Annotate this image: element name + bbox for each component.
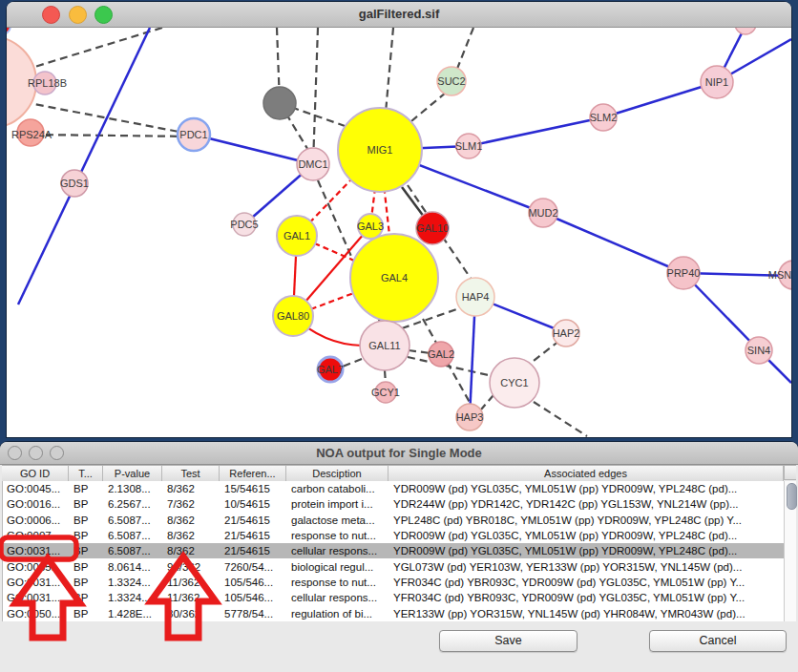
column-header-4[interactable]: Referen... [220, 466, 286, 481]
cell-5-6: YGL073W (pd) YER103W, YER133W (pp) YOR31… [389, 561, 785, 573]
node-label-CYC1: CYC1 [500, 377, 528, 388]
noa-output-window: NOA output for Single Mode GO IDT...P-va… [0, 442, 798, 672]
cell-8-5: regulation of bi... [287, 608, 389, 620]
cell-7-5: cellular respons... [287, 592, 389, 603]
cell-1-6: YDR244W (pp) YDR142C, YDR142C (pp) YGL15… [389, 498, 785, 510]
table-row-1[interactable]: GO:0016...BP6.2567...7/36210/54615protei… [3, 496, 785, 512]
cell-0-2: 2.1308... [104, 483, 163, 494]
node-label-GAL3: GAL3 [357, 220, 384, 232]
node-label-RPS24A: RPS24A [11, 129, 52, 140]
network-canvas[interactable]: RPL18BRPS24AGDS1PDC1PDC5DMC1MIG1SUC2SLM1… [7, 28, 791, 437]
cell-7-1: BP [70, 592, 104, 603]
cell-7-2: 1.3324... [104, 592, 163, 603]
node-label-PDC1: PDC1 [179, 129, 207, 140]
column-header-5[interactable]: Desciption [286, 466, 388, 481]
cell-6-6: YFR034C (pd) YBR093C, YDR009W (pd) YGL03… [389, 577, 785, 588]
network-window-titlebar[interactable]: galFiltered.sif [7, 2, 791, 28]
node-label-MUD2: MUD2 [528, 207, 557, 219]
node-label-SIN4: SIN4 [747, 345, 770, 356]
cell-1-4: 10/54615 [220, 498, 287, 510]
table-row-4[interactable]: GO:0031...BP6.5087...8/36221/54615cellul… [3, 543, 785, 558]
node-label-NIP1: NIP1 [705, 76, 728, 88]
cell-8-4: 5778/54... [220, 608, 287, 620]
node-label-HAP3: HAP3 [456, 411, 484, 423]
node-label-HAP2: HAP2 [553, 327, 580, 339]
cell-6-1: BP [70, 577, 104, 588]
node-label-GAL10: GAL10 [416, 222, 449, 234]
edge-gray-dashed [33, 135, 194, 136]
table-row-6[interactable]: GO:0031...BP1.3324...11/362105/546...res… [3, 575, 785, 590]
cell-8-1: BP [70, 608, 104, 620]
column-header-1[interactable]: T... [69, 466, 103, 481]
node-label-MIG1: MIG1 [368, 144, 393, 156]
cell-2-4: 21/54615 [220, 514, 287, 526]
edge-gray-dashed [411, 93, 446, 121]
cell-3-3: 8/362 [163, 530, 220, 541]
table-row-5[interactable]: GO:0065...BP8.0614...94/3627260/54...bio… [3, 558, 785, 574]
cell-4-5: cellular respons... [287, 545, 389, 556]
edge-gray-dashed [481, 395, 494, 410]
cancel-button[interactable]: Cancel [649, 630, 787, 652]
cell-7-4: 105/546... [220, 592, 287, 603]
cell-4-3: 8/362 [163, 545, 220, 556]
table-row-3[interactable]: GO:0007...BP6.5087...8/36221/54615respon… [3, 528, 785, 543]
edge-gray-dashed [313, 28, 318, 164]
cell-2-1: BP [70, 514, 104, 526]
cell-4-4: 21/54615 [220, 545, 287, 556]
network-graph: RPL18BRPS24AGDS1PDC1PDC5DMC1MIG1SUC2SLM1… [7, 28, 791, 437]
cell-0-6: YDR009W (pd) YGL035C, YML051W (pp) YDR00… [389, 483, 785, 494]
cell-6-4: 105/546... [220, 577, 287, 588]
cell-5-3: 94/362 [163, 561, 220, 573]
node-label-DMC1: DMC1 [298, 158, 327, 170]
vertical-scrollbar[interactable] [784, 481, 796, 621]
edge-blue [469, 117, 603, 146]
scrollbar-thumb[interactable] [787, 483, 797, 510]
cell-3-2: 6.5087... [104, 530, 163, 541]
edge-gray-dashed [455, 28, 473, 74]
node-label-HAP4: HAP4 [462, 291, 490, 303]
cell-5-2: 8.0614... [104, 561, 163, 573]
edge-blue [603, 82, 717, 117]
cell-2-5: galactose meta... [287, 514, 389, 526]
cell-5-4: 7260/54... [220, 561, 287, 573]
cell-0-0: GO:0045... [3, 483, 70, 494]
node-gray-node[interactable] [263, 87, 296, 119]
cell-2-6: YPL248C (pd) YBR018C, YML051W (pp) YDR00… [389, 514, 785, 526]
node-label-GAL2: GAL2 [428, 348, 454, 360]
cell-6-5: response to nut... [287, 577, 389, 588]
cell-3-4: 21/54615 [220, 530, 287, 541]
cell-2-0: GO:0006... [3, 514, 70, 526]
cell-3-6: YDR009W (pd) YGL035C, YML051W (pp) YDR00… [389, 530, 785, 541]
save-button[interactable]: Save [439, 630, 578, 652]
table-row-7[interactable]: GO:0031...BP1.3324...11/362105/546...cel… [3, 590, 785, 605]
cell-1-3: 7/362 [163, 498, 220, 510]
column-header-2[interactable]: P-value [103, 466, 162, 481]
column-header-0[interactable]: GO ID [2, 466, 69, 481]
table-row-0[interactable]: GO:0045...BP2.1308...8/36215/54615carbon… [3, 481, 785, 496]
column-header-3[interactable]: Test [162, 466, 220, 481]
cell-6-0: GO:0031... [3, 577, 70, 588]
cell-5-1: BP [70, 561, 104, 573]
noa-window-title: NOA output for Single Mode [0, 446, 798, 460]
node-red-top[interactable] [7, 28, 10, 34]
node-label-GAL11: GAL11 [368, 340, 400, 351]
table-row-2[interactable]: GO:0006...BP6.5087...8/36221/54615galact… [3, 513, 785, 528]
edge-blue [18, 28, 150, 304]
cell-0-5: carbon cataboli... [287, 483, 389, 494]
column-header-6[interactable]: Associated edges [388, 466, 784, 481]
cell-4-6: YDR009W (pd) YGL035C, YML051W (pp) YDR00… [389, 545, 785, 556]
node-label-GDS1: GDS1 [60, 178, 89, 189]
node-label-MSN: MSN [768, 269, 791, 281]
node-pink-top[interactable] [735, 28, 756, 34]
edge-gray-dashed [530, 341, 559, 364]
edge-gray-dashed [534, 402, 587, 436]
table-header: GO IDT...P-valueTestReferen...Desciption… [2, 465, 784, 482]
table-row-8[interactable]: GO:0050...BP1.428E...80/3625778/54...reg… [3, 605, 785, 620]
cell-3-1: BP [70, 530, 104, 541]
cell-8-3: 80/362 [163, 608, 220, 620]
noa-window-titlebar[interactable]: NOA output for Single Mode [0, 442, 798, 465]
table-header-stub [784, 465, 796, 480]
edge-gray-dashed [343, 359, 362, 367]
cell-8-2: 1.428E... [104, 608, 163, 620]
cell-7-3: 11/362 [163, 592, 220, 603]
